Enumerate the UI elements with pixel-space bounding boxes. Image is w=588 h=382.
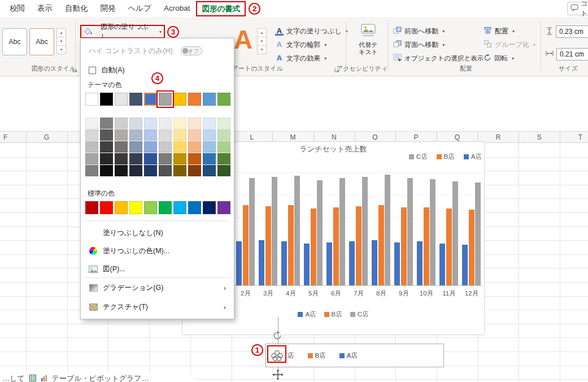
variant-swatch[interactable] — [144, 153, 157, 164]
no-fill-item[interactable]: 塗りつぶしなし(N) — [82, 225, 233, 241]
variant-swatch[interactable] — [173, 118, 186, 129]
variant-swatch[interactable] — [100, 153, 113, 164]
variant-swatch[interactable] — [115, 153, 128, 164]
tab-developer[interactable]: 開発 — [94, 1, 122, 16]
gallery-more-icon[interactable]: ▾ — [257, 45, 267, 54]
theme-color-swatch-7[interactable] — [188, 93, 201, 106]
gallery-down-icon[interactable]: ▾ — [56, 37, 66, 46]
theme-color-swatch-6[interactable] — [173, 93, 186, 106]
shape-style-gallery-arrows[interactable]: ▴ ▾ ▾ — [56, 28, 66, 54]
tab-acrobat[interactable]: Acrobat — [158, 1, 197, 16]
variant-swatch[interactable] — [217, 129, 230, 141]
gradient-item[interactable]: グラデーション(G) › — [82, 279, 233, 296]
theme-color-swatch-8[interactable] — [203, 93, 216, 106]
standard-color-swatch-3[interactable] — [129, 201, 142, 214]
variant-swatch[interactable] — [203, 118, 216, 129]
variant-swatch[interactable] — [85, 118, 98, 129]
standard-color-swatch-7[interactable] — [188, 201, 201, 214]
standard-color-swatch-4[interactable] — [144, 201, 157, 214]
variant-swatch[interactable] — [115, 118, 128, 129]
tab-help[interactable]: ヘルプ — [122, 1, 158, 16]
variant-swatch[interactable] — [85, 129, 98, 141]
variant-swatch[interactable] — [85, 141, 98, 153]
variant-swatch[interactable] — [115, 141, 128, 153]
standard-color-swatch-2[interactable] — [115, 201, 128, 214]
variant-swatch[interactable] — [217, 118, 230, 129]
variant-swatch[interactable] — [85, 165, 98, 176]
variant-swatch[interactable] — [217, 141, 230, 153]
variant-swatch[interactable] — [100, 141, 113, 153]
text-fill-button[interactable]: A 文字の塗りつぶし▾ — [275, 25, 347, 37]
standard-color-swatch-6[interactable] — [173, 201, 186, 214]
gallery-down-icon[interactable]: ▾ — [257, 37, 267, 46]
send-backward-button[interactable]: 背面へ移動▾ — [393, 38, 445, 51]
variant-swatch[interactable] — [203, 141, 216, 153]
variant-swatch[interactable] — [159, 165, 172, 176]
theme-color-swatch-3[interactable] — [129, 93, 142, 106]
selection-handle-icon[interactable] — [270, 349, 284, 364]
standard-color-swatch-1[interactable] — [100, 201, 113, 214]
standard-color-swatch-0[interactable] — [85, 201, 98, 214]
selection-pane-button[interactable]: オブジェクトの選択と表示 — [393, 52, 484, 64]
alt-text-button[interactable]: 代替テ キスト — [350, 24, 386, 56]
variant-swatch[interactable] — [144, 129, 157, 141]
shape-style-preset-1[interactable]: Abc — [2, 28, 27, 55]
text-effects-button[interactable]: A 文字の効果▾ — [275, 52, 326, 64]
align-button[interactable]: 配置▾ — [484, 25, 515, 37]
more-fill-colors-item[interactable]: 塗りつぶしの色(M)... — [82, 243, 233, 259]
shape-style-preset-2[interactable]: Abc — [29, 28, 54, 55]
tab-view[interactable]: 表示 — [31, 1, 59, 16]
rotate-handle-icon[interactable] — [271, 329, 284, 342]
variant-swatch[interactable] — [173, 165, 186, 176]
variant-swatch[interactable] — [129, 141, 142, 153]
variant-swatch[interactable] — [100, 118, 113, 129]
variant-swatch[interactable] — [188, 129, 201, 141]
theme-color-swatch-2[interactable] — [115, 93, 128, 106]
variant-swatch[interactable] — [129, 165, 142, 176]
comments-button[interactable]: コメント — [567, 2, 588, 15]
variant-swatch[interactable] — [129, 118, 142, 129]
theme-color-swatch-4[interactable] — [144, 93, 157, 106]
shape-height-field[interactable]: 0.23 cm — [556, 25, 588, 38]
tab-automate[interactable]: 自動化 — [59, 1, 94, 16]
theme-color-swatch-5[interactable] — [159, 93, 172, 106]
tab-review[interactable]: 校閲 — [3, 1, 31, 16]
variant-swatch[interactable] — [159, 141, 172, 153]
gallery-more-icon[interactable]: ▾ — [56, 45, 66, 54]
gallery-up-icon[interactable]: ▴ — [257, 28, 267, 37]
variant-swatch[interactable] — [144, 118, 157, 129]
variant-swatch[interactable] — [144, 141, 157, 153]
rotate-button[interactable]: 回転▾ — [484, 52, 514, 64]
variant-swatch[interactable] — [173, 129, 186, 141]
standard-color-swatch-5[interactable] — [159, 201, 172, 214]
selected-legend-object[interactable]: 店B店A店 — [265, 344, 444, 367]
variant-swatch[interactable] — [217, 153, 230, 164]
wordart-gallery-arrows[interactable]: ▴ ▾ ▾ — [257, 28, 267, 54]
picture-fill-item[interactable]: 図(P)... — [82, 261, 233, 277]
standard-color-swatch-8[interactable] — [203, 201, 216, 214]
variant-swatch[interactable] — [100, 129, 113, 141]
variant-swatch[interactable] — [129, 129, 142, 141]
variant-swatch[interactable] — [188, 153, 201, 164]
variant-swatch[interactable] — [203, 129, 216, 141]
variant-swatch[interactable] — [85, 153, 98, 164]
variant-swatch[interactable] — [115, 129, 128, 141]
variant-swatch[interactable] — [173, 141, 186, 153]
variant-swatch[interactable] — [217, 165, 230, 176]
variant-swatch[interactable] — [144, 165, 157, 176]
variant-swatch[interactable] — [188, 118, 201, 129]
theme-color-swatch-1[interactable] — [100, 93, 113, 106]
texture-item[interactable]: テクスチャ(T) › — [82, 298, 233, 315]
gallery-up-icon[interactable]: ▴ — [56, 28, 66, 37]
variant-swatch[interactable] — [188, 165, 201, 176]
variant-swatch[interactable] — [100, 165, 113, 176]
dialog-launcher-icon[interactable] — [72, 66, 77, 74]
shape-fill-button[interactable]: 図形の塗りつぶし ▾ — [80, 25, 165, 38]
variant-swatch[interactable] — [115, 165, 128, 176]
variant-swatch[interactable] — [203, 165, 216, 176]
standard-color-swatch-9[interactable] — [217, 201, 230, 214]
text-outline-button[interactable]: A 文字の輪郭▾ — [275, 38, 326, 51]
theme-color-swatch-9[interactable] — [217, 93, 230, 106]
shape-width-field[interactable]: 0.21 cm — [556, 48, 588, 60]
wordart-preset[interactable]: A — [234, 25, 252, 54]
